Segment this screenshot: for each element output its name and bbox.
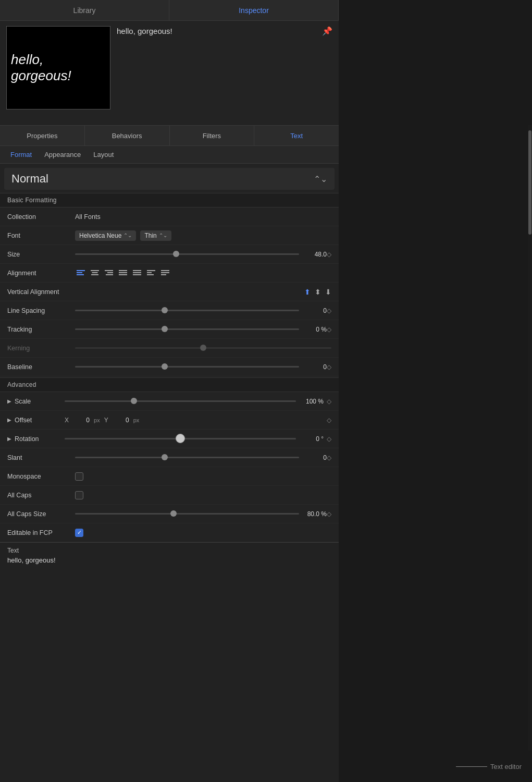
prop-row-line-spacing: Line Spacing 0 ◇ [0,301,339,320]
all-caps-checkbox[interactable] [75,491,83,499]
label-all-caps-size: All Caps Size [7,510,75,518]
value-vertical-alignment: ⬆ ⬍ ⬇ [75,288,331,296]
size-slider[interactable]: 48.0 [75,251,327,258]
font-weight-dropdown[interactable]: Thin ⌃⌄ [140,230,171,241]
vert-align-top-btn[interactable]: ⬆ [304,288,311,296]
scrollbar-thumb[interactable] [528,130,531,235]
expander-row-rotation: ▶ Rotation 0 ° ◇ [0,430,339,448]
slant-value[interactable]: 0 [303,454,327,461]
font-family-dropdown[interactable]: Helvetica Neue ⌃⌄ [75,230,136,241]
tab-behaviors[interactable]: Behaviors [85,126,170,145]
prop-row-collection: Collection All Fonts [0,207,339,226]
scale-value[interactable]: 100 % [300,398,324,405]
kerning-thumb [200,345,206,351]
slant-slider[interactable]: 0 [75,454,327,461]
label-slant: Slant [7,454,75,461]
value-monospace [75,472,331,481]
text-editor-label: Text [7,547,331,554]
collection-value: All Fonts [75,213,101,221]
preview-thumbnail: hello, gorgeous! [6,26,110,109]
top-tabs: Library Inspector [0,0,339,21]
size-value[interactable]: 48.0 [303,251,327,258]
offset-values: X 0 px Y 0 px [65,417,324,424]
label-rotation: Rotation [15,435,61,443]
baseline-keyframe-icon[interactable]: ◇ [327,363,331,371]
rotation-slider[interactable]: 0 ° [65,435,324,443]
prop-row-font: Font Helvetica Neue ⌃⌄ Thin ⌃⌄ [0,226,339,245]
offset-keyframe-icon[interactable]: ◇ [327,417,331,424]
tab-properties[interactable]: Properties [0,126,85,145]
scale-slider[interactable]: 100 % [65,398,324,405]
all-caps-size-value[interactable]: 80.0 % [303,510,327,518]
vert-align-middle-btn[interactable]: ⬍ [315,288,321,296]
align-force-justify-btn[interactable] [131,268,143,278]
tab-inspector[interactable]: Inspector [169,0,339,20]
scale-keyframe-icon[interactable]: ◇ [327,398,331,405]
prop-row-slant: Slant 0 ◇ [0,448,339,467]
all-caps-size-keyframe-icon[interactable]: ◇ [327,510,331,518]
rotation-keyframe-icon[interactable]: ◇ [327,435,331,443]
preview-area: hello, gorgeous! hello, gorgeous! 📌 [0,21,339,125]
text-editor-content[interactable]: hello, gorgeous! [7,556,331,564]
vert-align-bottom-btn[interactable]: ⬇ [325,288,331,296]
prop-row-editable-fcp: Editable in FCP ✓ [0,523,339,542]
label-alignment: Alignment [7,270,75,277]
value-collection: All Fonts [75,213,331,221]
tab-filters[interactable]: Filters [170,126,255,145]
scale-thumb [131,398,137,404]
thumbnail-text: hello, gorgeous! [7,47,110,88]
baseline-slider[interactable]: 0 [75,363,327,371]
expander-row-scale: ▶ Scale 100 % ◇ [0,392,339,411]
offset-x-value[interactable]: 0 [73,417,90,424]
label-editable-fcp: Editable in FCP [7,529,75,536]
align-center-btn[interactable] [89,268,101,278]
label-line-spacing: Line Spacing [7,307,75,314]
text-editor-section: Text hello, gorgeous! [0,542,339,568]
subtab-format[interactable]: Format [10,151,32,158]
offset-x-label: X [65,417,69,424]
tracking-slider[interactable]: 0 % [75,326,327,333]
subtab-appearance[interactable]: Appearance [44,151,81,158]
scale-expander-icon[interactable]: ▶ [7,398,11,404]
align-left-btn[interactable] [75,268,86,278]
prop-row-monospace: Monospace [0,467,339,486]
editable-fcp-checkbox[interactable]: ✓ [75,529,83,537]
preview-title: hello, gorgeous! [117,27,172,35]
offset-expander-icon[interactable]: ▶ [7,417,11,423]
rotation-value[interactable]: 0 ° [300,435,324,443]
scrollbar[interactable] [528,125,532,751]
align-natural-btn[interactable] [145,268,157,278]
all-caps-size-slider[interactable]: 80.0 % [75,510,327,518]
alignment-buttons [75,268,171,278]
style-dropdown[interactable]: Normal ⌃⌄ [4,168,335,190]
tracking-thumb [162,326,168,332]
subtab-layout[interactable]: Layout [93,151,114,158]
label-kerning: Kerning [7,345,75,352]
line-spacing-value[interactable]: 0 [303,307,327,314]
align-justify-btn[interactable] [117,268,129,278]
annotation-line [456,766,487,767]
tab-text[interactable]: Text [254,126,339,145]
label-scale: Scale [15,398,61,405]
offset-y-value[interactable]: 0 [113,417,129,424]
monospace-checkbox[interactable] [75,472,83,481]
advanced-header: Advanced [0,377,339,392]
align-wrap-btn[interactable] [159,268,171,278]
pin-icon[interactable]: 📌 [322,26,332,36]
tracking-keyframe-icon[interactable]: ◇ [327,326,331,333]
prop-row-kerning: Kerning [0,339,339,358]
size-keyframe-icon[interactable]: ◇ [327,251,331,258]
align-right-btn[interactable] [103,268,115,278]
line-spacing-thumb [162,307,168,313]
rotation-expander-icon[interactable]: ▶ [7,436,11,442]
slant-keyframe-icon[interactable]: ◇ [327,454,331,461]
baseline-value[interactable]: 0 [303,363,327,371]
tab-library[interactable]: Library [0,0,169,20]
vert-align-buttons: ⬆ ⬍ ⬇ [304,288,331,296]
tracking-value[interactable]: 0 % [303,326,327,333]
line-spacing-slider[interactable]: 0 [75,307,327,314]
line-spacing-keyframe-icon[interactable]: ◇ [327,307,331,314]
offset-x-unit: px [94,417,100,423]
sub-tabs: Format Appearance Layout [0,146,339,164]
value-font: Helvetica Neue ⌃⌄ Thin ⌃⌄ [75,230,331,241]
